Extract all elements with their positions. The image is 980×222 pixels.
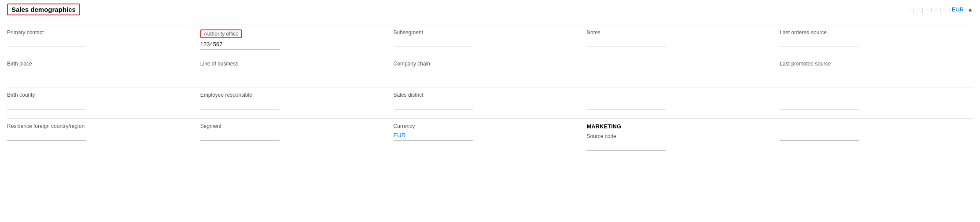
field-authority-office: Authority office 1234567 [200,29,394,51]
field-empty-3-4 [586,92,780,114]
value-residence-foreign[interactable] [7,132,86,141]
label-company-chain: Company chain [394,61,582,67]
panel-title: Sales demographics [7,4,80,15]
marketing-heading: MARKETING [586,123,774,130]
field-residence-foreign: Residence foreign country/region [7,123,200,151]
panel-header: Sales demographics -- | -- | -- | -- | -… [0,0,980,19]
sep-1: | [913,6,914,13]
label-birth-county: Birth county [7,92,195,98]
value-empty-3-5 [780,101,859,109]
value-notes[interactable] [586,38,666,47]
field-last-promoted-source: Last promoted source [780,61,973,83]
value-company-chain[interactable] [394,69,473,78]
header-controls: -- | -- | -- | -- | -- | EUR ▲ [907,6,973,13]
dash-4[interactable]: -- [934,6,938,13]
field-subsegment: Subsegment [394,29,587,51]
value-empty-4-5 [780,132,859,141]
form-row-3: Birth county Employee responsible Sales … [7,87,973,119]
value-authority-office[interactable]: 1234567 [200,41,280,50]
value-empty-2-4 [586,69,666,78]
dash-3[interactable]: -- [925,6,929,13]
field-last-ordered-source: Last ordered source [780,29,973,51]
sep-2: | [922,6,923,13]
value-primary-contact[interactable] [7,38,86,47]
label-primary-contact: Primary contact [7,29,195,36]
field-marketing: MARKETING Source code [586,123,780,151]
field-empty-4-5 [780,123,973,151]
field-company-chain: Company chain [394,61,587,83]
value-last-ordered-source[interactable] [780,38,859,47]
field-birth-place: Birth place [7,61,200,83]
value-employee-responsible[interactable] [200,101,280,109]
value-empty-3-4 [586,101,666,109]
field-currency: Currency EUR [394,123,587,151]
form-body: Primary contact Authority office 1234567… [0,19,980,160]
value-source-code[interactable] [586,142,666,151]
value-last-promoted-source[interactable] [780,69,859,78]
field-birth-county: Birth county [7,92,200,114]
sep-5: | [948,6,950,13]
value-sales-district[interactable] [394,101,473,109]
value-subsegment[interactable] [394,38,473,47]
label-currency: Currency [394,123,582,129]
field-primary-contact: Primary contact [7,29,200,51]
label-birth-place: Birth place [7,61,195,67]
form-row-2: Birth place Line of business Company cha… [7,56,973,87]
label-empty-2-4 [586,61,774,67]
field-empty-3-5 [780,92,973,114]
dash-2[interactable]: -- [916,6,920,13]
label-sales-district: Sales district [394,92,582,98]
label-segment: Segment [200,123,388,129]
label-residence-foreign: Residence foreign country/region [7,123,195,129]
value-currency[interactable]: EUR [394,132,473,141]
value-birth-county[interactable] [7,101,86,109]
label-authority-office: Authority office [200,29,242,38]
label-last-promoted-source: Last promoted source [780,61,968,67]
field-notes: Notes [586,29,780,51]
collapse-icon[interactable]: ▲ [967,6,973,13]
value-birth-place[interactable] [7,69,86,78]
sep-4: | [939,6,941,13]
label-employee-responsible: Employee responsible [200,92,388,98]
dash-5[interactable]: -- [943,6,947,13]
field-sales-district: Sales district [394,92,587,114]
label-source-code: Source code [586,133,774,139]
form-row-1: Primary contact Authority office 1234567… [7,25,973,56]
label-last-ordered-source: Last ordered source [780,29,968,36]
form-row-4: Residence foreign country/region Segment… [7,119,973,155]
label-empty-3-4 [586,92,774,98]
sep-3: | [931,6,932,13]
label-notes: Notes [586,29,774,36]
value-line-of-business[interactable] [200,69,280,78]
field-empty-2-4 [586,61,780,83]
dash-1[interactable]: -- [907,6,911,13]
currency-display[interactable]: EUR [952,6,964,13]
field-line-of-business: Line of business [200,61,394,83]
label-line-of-business: Line of business [200,61,388,67]
field-segment: Segment [200,123,394,151]
value-segment[interactable] [200,132,280,141]
label-empty-3-5 [780,92,968,98]
label-subsegment: Subsegment [394,29,582,36]
label-empty-4-5 [780,123,968,129]
sales-demographics-panel: Sales demographics -- | -- | -- | -- | -… [0,0,980,160]
field-employee-responsible: Employee responsible [200,92,394,114]
